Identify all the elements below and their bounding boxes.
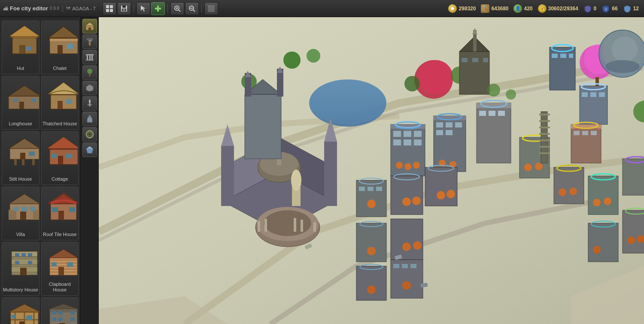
svg-rect-260 [393, 264, 399, 268]
svg-point-134 [88, 133, 91, 136]
svg-rect-41 [31, 98, 36, 102]
svg-marker-35 [49, 27, 79, 38]
blue-value: 12 [633, 6, 639, 12]
svg-rect-107 [52, 311, 56, 315]
svg-point-266 [604, 197, 611, 205]
grid-toggle-button[interactable] [204, 2, 218, 15]
svg-rect-119 [89, 41, 91, 45]
svg-rect-92 [52, 262, 57, 266]
map-area[interactable] [99, 17, 644, 324]
svg-rect-5 [122, 6, 126, 8]
tool-wreath[interactable] [82, 127, 97, 142]
building-item-roof-tile-house[interactable]: Roof Tile House [41, 187, 79, 240]
svg-rect-215 [574, 131, 580, 135]
svg-rect-272 [623, 210, 644, 253]
app-icon: 🏙 [3, 6, 8, 11]
building-item-thatched-house[interactable]: Thatched House [41, 76, 79, 130]
building-item-villa[interactable]: Villa [2, 187, 39, 240]
building-item-town-house[interactable]: Town House [41, 297, 79, 324]
svg-point-159 [264, 210, 311, 236]
tool-gem[interactable] [82, 142, 97, 157]
svg-rect-170 [404, 131, 411, 137]
building-row-4: Villa [2, 187, 79, 240]
svg-point-246 [569, 188, 577, 195]
place-building-button[interactable] [151, 2, 165, 15]
svg-rect-101 [19, 321, 24, 324]
svg-rect-49 [14, 159, 17, 165]
building-item-stilt-house[interactable]: Stilt House [2, 131, 39, 185]
svg-rect-65 [13, 207, 18, 211]
svg-rect-235 [425, 167, 457, 206]
tool-bottle[interactable] [82, 112, 97, 126]
medal-icon: ★ [601, 4, 610, 13]
svg-line-12 [179, 10, 180, 12]
svg-rect-174 [414, 139, 422, 145]
svg-rect-40 [13, 98, 18, 102]
svg-rect-269 [588, 223, 618, 262]
cottage-label: Cottage [52, 176, 68, 182]
tool-stone[interactable] [82, 81, 97, 95]
building-item-longhouse[interactable]: Longhouse [2, 76, 39, 130]
city-map[interactable] [99, 17, 644, 324]
svg-point-241 [524, 164, 532, 171]
building-item-chalet[interactable]: Chalet [41, 21, 79, 74]
resource-gold: ⬟ 298320 [448, 4, 476, 13]
sidebar-scroll-area: Hut Chal [0, 17, 98, 324]
grid-view-button[interactable] [103, 2, 116, 15]
svg-point-227 [412, 197, 421, 205]
svg-rect-28 [19, 45, 25, 54]
svg-rect-72 [69, 207, 75, 212]
toolbar-sep-3 [201, 4, 202, 13]
svg-rect-53 [29, 151, 35, 156]
building-item-clapboard-house[interactable]: Clapboard House [41, 242, 79, 296]
shield-value: 0 [594, 6, 597, 12]
cursor-button[interactable] [137, 2, 150, 15]
building-item-hut[interactable]: Hut [2, 21, 39, 74]
svg-rect-200 [569, 54, 573, 58]
svg-rect-110 [52, 318, 56, 321]
tool-columns[interactable] [82, 50, 97, 64]
svg-point-234 [413, 241, 422, 250]
tool-house[interactable] [82, 19, 97, 33]
building-row-2: Longhouse [2, 76, 79, 130]
coins-value: 30602/29364 [548, 6, 578, 12]
svg-rect-173 [404, 139, 411, 145]
svg-marker-116 [85, 22, 94, 26]
toolbar-sep-1 [134, 4, 134, 13]
building-item-multistory-house[interactable]: Multistory House [2, 242, 39, 296]
save-button[interactable] [117, 2, 131, 15]
tool-sword[interactable] [82, 96, 97, 111]
svg-rect-222 [359, 187, 365, 191]
shield-icon [583, 4, 592, 13]
pop-value: 420 [524, 6, 532, 12]
svg-point-166 [291, 170, 301, 191]
svg-point-274 [627, 236, 635, 244]
tool-hammer[interactable] [82, 34, 97, 49]
building-item-cottage[interactable]: Cottage [41, 131, 79, 185]
svg-point-230 [367, 247, 376, 255]
stilt-house-thumb [5, 135, 39, 167]
building-row-3: Stilt House [2, 131, 79, 185]
svg-rect-249 [539, 120, 550, 122]
svg-point-237 [447, 190, 455, 198]
svg-rect-7 [123, 9, 125, 11]
app-subtitle: AGAGA - 7 [72, 6, 95, 11]
svg-rect-182 [436, 122, 443, 127]
svg-marker-100 [9, 304, 39, 312]
app-version: 0.9.8 [50, 6, 59, 11]
building-item-frame-house[interactable]: Frame House [2, 297, 39, 324]
svg-rect-10 [155, 8, 161, 9]
zoom-in-button[interactable] [170, 2, 184, 15]
zoom-out-button[interactable] [185, 2, 199, 15]
app-title: Foe city editor [10, 5, 48, 12]
resource-bar: ⬟ 298320 🔨 643680 👤 420 💰 30602/29364 0 … [443, 4, 644, 13]
building-list[interactable]: Hut Chal [0, 17, 80, 324]
svg-rect-125 [91, 55, 93, 60]
svg-rect-169 [393, 131, 401, 137]
svg-rect-67 [22, 207, 27, 211]
tool-tree[interactable] [82, 65, 97, 80]
resource-medal: ★ 66 [601, 4, 617, 13]
svg-rect-121 [86, 54, 94, 55]
toolbar-sep-2 [167, 4, 168, 13]
svg-point-245 [559, 188, 566, 196]
